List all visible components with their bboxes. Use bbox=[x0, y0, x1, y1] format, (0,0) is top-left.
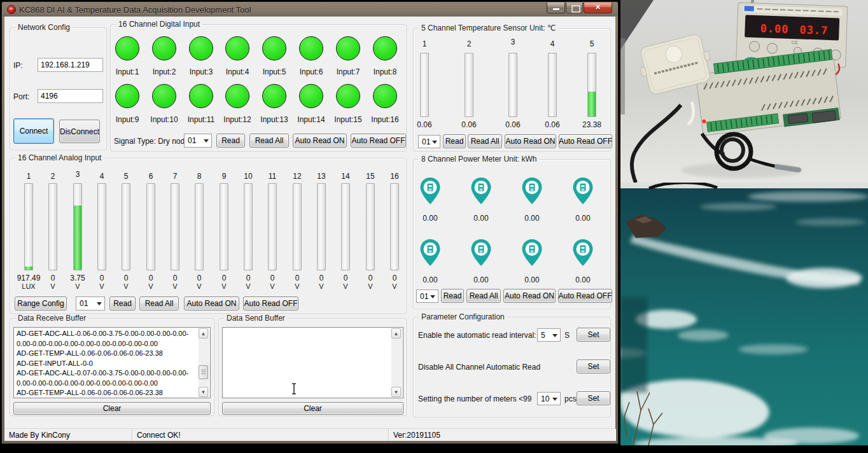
analog-auto-read-off-button[interactable]: Auto Read OFF bbox=[243, 296, 298, 310]
digital-input-12-label: Input:12 bbox=[218, 115, 256, 124]
app-icon bbox=[7, 5, 16, 14]
send-buffer-textarea[interactable]: ▲ ▼ bbox=[222, 327, 403, 398]
status-version: Ver:20191105 bbox=[389, 429, 615, 441]
send-clear-button[interactable]: Clear bbox=[222, 402, 403, 415]
close-button-icon[interactable] bbox=[584, 3, 612, 13]
digital-input-16-label: Input:16 bbox=[366, 115, 404, 124]
digital-led-16-icon bbox=[373, 84, 397, 108]
ip-input[interactable] bbox=[38, 58, 103, 72]
hardware-video-frame: 0.00 03.7 CE bbox=[620, 0, 868, 183]
meter-auto-read-on-button[interactable]: Auto Read ON bbox=[503, 289, 556, 303]
digital-led-2-icon bbox=[152, 36, 176, 60]
analog-num-6: 6 bbox=[141, 172, 160, 181]
meter-read-button[interactable]: Read bbox=[441, 289, 464, 303]
scrollbar-thumb[interactable] bbox=[199, 365, 208, 379]
temp-read-button[interactable]: Read bbox=[443, 134, 466, 148]
analog-num-3: 3 bbox=[68, 170, 87, 179]
connect-button[interactable]: Connect bbox=[13, 118, 54, 144]
meter-count-set-button[interactable]: Set bbox=[577, 391, 610, 405]
digital-channel-select[interactable]: 01 bbox=[184, 134, 212, 148]
temp-auto-read-off-button[interactable]: Auto Read OFF bbox=[559, 134, 612, 148]
meter-channel-select[interactable]: 01 bbox=[416, 289, 438, 303]
temp-bar-1 bbox=[420, 53, 429, 117]
digital-read-all-button[interactable]: Read All bbox=[249, 134, 289, 148]
digital-led-5-icon bbox=[262, 36, 286, 60]
chevron-down-icon bbox=[97, 302, 102, 308]
analog-auto-read-on-button[interactable]: Auto Read ON bbox=[184, 296, 239, 310]
scroll-up-icon[interactable]: ▲ bbox=[199, 328, 208, 338]
scroll-down-icon[interactable]: ▼ bbox=[391, 387, 401, 397]
digital-auto-read-on-button[interactable]: Auto Read ON bbox=[293, 134, 347, 148]
meter-auto-read-off-button[interactable]: Auto Read OFF bbox=[558, 289, 612, 303]
temp-channel-5-num: 5 bbox=[579, 39, 605, 48]
analog-channel-select[interactable]: 01 bbox=[76, 296, 105, 310]
analog-bar-16 bbox=[390, 183, 399, 270]
scroll-up-icon[interactable]: ▲ bbox=[391, 328, 401, 338]
digital-auto-read-off-button[interactable]: Auto Read OFF bbox=[351, 134, 406, 148]
power-meter-pin-3-icon bbox=[521, 177, 543, 205]
digital-input-3-label: Input:3 bbox=[182, 67, 220, 76]
digital-channel-select-value: 01 bbox=[188, 136, 196, 145]
scroll-down-icon[interactable]: ▼ bbox=[199, 387, 208, 397]
meter-count-select[interactable]: 10 bbox=[537, 392, 561, 405]
digital-input-5-label: Input:5 bbox=[255, 67, 293, 76]
disable-auto-read-set-button[interactable]: Set bbox=[577, 359, 610, 373]
digital-read-button[interactable]: Read bbox=[216, 134, 245, 148]
analog-bar-7 bbox=[171, 183, 179, 270]
range-config-button[interactable]: Range Config bbox=[15, 296, 67, 310]
digital-led-3-icon bbox=[189, 36, 213, 60]
send-buffer-label: Data Send Buffer bbox=[224, 314, 288, 323]
digital-input-1-label: Input:1 bbox=[108, 67, 146, 76]
disconnect-button[interactable]: DisConnect bbox=[59, 120, 100, 143]
analog-bar-4 bbox=[97, 183, 106, 270]
interval-unit-label: S bbox=[564, 331, 570, 340]
receive-clear-button[interactable]: Clear bbox=[13, 402, 211, 415]
power-meter-pin-1-icon bbox=[419, 177, 441, 205]
ocean-photo bbox=[620, 183, 868, 445]
status-bar: Made By KinCony Connect OK! Ver:20191105 bbox=[4, 428, 615, 441]
digital-input-2-label: Input:2 bbox=[145, 67, 183, 76]
power-meter-label: 8 Channel Power Meter Unit: kWh bbox=[419, 155, 539, 164]
analog-bar-1 bbox=[24, 183, 33, 270]
digital-led-4-icon bbox=[225, 36, 249, 60]
digital-led-6-icon bbox=[299, 36, 323, 60]
maximize-button-icon[interactable] bbox=[566, 3, 583, 13]
dark-water-patch bbox=[620, 297, 647, 393]
analog-bar-12 bbox=[293, 183, 302, 270]
port-input[interactable] bbox=[38, 89, 103, 103]
chevron-down-icon bbox=[204, 139, 209, 145]
temp-channel-2-num: 2 bbox=[456, 39, 482, 48]
meter-read-all-button[interactable]: Read All bbox=[466, 289, 501, 303]
minimize-button-icon[interactable] bbox=[547, 3, 565, 13]
interval-set-button[interactable]: Set bbox=[577, 328, 610, 342]
digital-input-13-label: Input:13 bbox=[255, 115, 293, 124]
receive-buffer-text: AD-GET-ADC-ALL-0.06-0.00-3.75-0.00-0.00-… bbox=[17, 329, 197, 398]
power-meter-pin-6-icon bbox=[470, 239, 492, 267]
interval-select[interactable]: 5 bbox=[537, 328, 561, 342]
analog-bar-10 bbox=[244, 183, 253, 270]
temp-auto-read-on-button[interactable]: Auto Read ON bbox=[505, 134, 556, 148]
auto-read-interval-label: Enable the automatic read interval: bbox=[418, 331, 536, 340]
receive-scrollbar[interactable]: ▲ ▼ bbox=[199, 328, 209, 397]
analog-num-14: 14 bbox=[336, 172, 355, 181]
meter-value-4: 0.00 bbox=[564, 214, 602, 223]
send-scrollbar[interactable]: ▲ ▼ bbox=[391, 328, 402, 397]
temp-channel-select[interactable]: 01 bbox=[418, 135, 440, 148]
meter-count-unit-label: pcs bbox=[564, 394, 577, 403]
disable-auto-read-label: Disable All Channel Automatic Read bbox=[418, 363, 540, 372]
temp-bar-5 bbox=[587, 53, 596, 117]
analog-bar-11 bbox=[268, 183, 277, 270]
digital-led-1-icon bbox=[115, 36, 139, 60]
temp-read-all-button[interactable]: Read All bbox=[468, 134, 502, 148]
title-bar[interactable]: KC868 DI AI & Temperature Data Acquisiti… bbox=[3, 3, 617, 17]
digital-led-9-icon bbox=[115, 84, 139, 108]
analog-bar-15 bbox=[366, 183, 375, 270]
temp-channel-4-num: 4 bbox=[540, 39, 565, 48]
meter-value-8: 0.00 bbox=[564, 275, 602, 284]
digital-input-10-label: Input:10 bbox=[145, 115, 183, 124]
analog-read-button[interactable]: Read bbox=[109, 296, 136, 310]
analog-bar-14 bbox=[341, 183, 350, 270]
receive-buffer-textarea[interactable]: AD-GET-ADC-ALL-0.06-0.00-3.75-0.00-0.00-… bbox=[13, 327, 211, 398]
analog-read-all-button[interactable]: Read All bbox=[139, 296, 179, 310]
temp-value-5: 23.38 bbox=[573, 120, 611, 129]
